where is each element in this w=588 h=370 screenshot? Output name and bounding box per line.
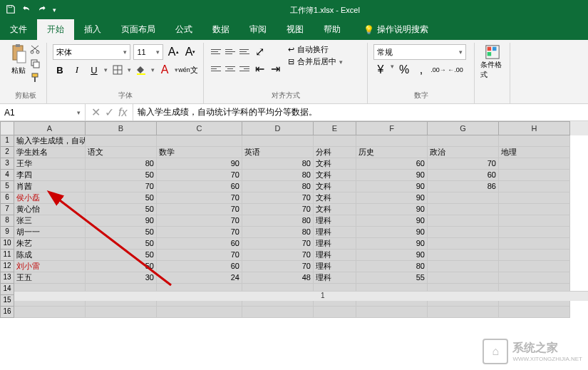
- tab-formula[interactable]: 公式: [165, 19, 202, 40]
- cell[interactable]: [242, 307, 314, 318]
- row-header[interactable]: 6: [0, 192, 14, 204]
- cell[interactable]: 60: [157, 261, 242, 272]
- cell[interactable]: 80: [242, 158, 314, 170]
- cell[interactable]: 70: [157, 204, 242, 215]
- tab-view[interactable]: 视图: [277, 19, 314, 40]
- cell[interactable]: 80: [86, 158, 157, 170]
- cell[interactable]: [499, 135, 570, 147]
- cell[interactable]: 55: [356, 272, 428, 284]
- cell[interactable]: 90: [86, 215, 157, 227]
- percent-icon[interactable]: %: [397, 63, 411, 77]
- cell[interactable]: 肖茜: [14, 181, 86, 192]
- cell[interactable]: [86, 135, 157, 147]
- cell[interactable]: 地理: [499, 147, 570, 158]
- cell[interactable]: 理科: [314, 250, 356, 261]
- indent-decrease-icon[interactable]: ⇤: [252, 61, 267, 76]
- cell[interactable]: [428, 238, 499, 250]
- col-header[interactable]: C: [157, 121, 242, 135]
- col-header[interactable]: F: [356, 121, 428, 135]
- cell[interactable]: 文科: [314, 192, 356, 204]
- cell[interactable]: [499, 272, 570, 284]
- cell[interactable]: 70: [242, 250, 314, 261]
- col-header[interactable]: A: [14, 121, 86, 135]
- cell[interactable]: [428, 227, 499, 238]
- increase-decimal-icon[interactable]: .00→: [431, 63, 445, 77]
- cell[interactable]: [499, 170, 570, 181]
- tell-me[interactable]: 💡 操作说明搜索: [356, 19, 435, 40]
- row-header[interactable]: 12: [0, 261, 14, 272]
- cell[interactable]: [499, 158, 570, 170]
- cell[interactable]: [499, 261, 570, 272]
- cell[interactable]: 70: [428, 158, 499, 170]
- align-right-icon[interactable]: [238, 62, 251, 75]
- wrap-text-button[interactable]: ↩自动换行: [288, 44, 343, 55]
- cell[interactable]: 80: [356, 261, 428, 272]
- cell[interactable]: 李四: [14, 170, 86, 181]
- cell[interactable]: [314, 135, 356, 147]
- cancel-icon[interactable]: ✕: [91, 106, 100, 119]
- row-header[interactable]: 5: [0, 181, 14, 192]
- cell[interactable]: 86: [428, 181, 499, 192]
- formula-bar[interactable]: 输入学生成绩，自动统计学科的平均分等数据。: [133, 104, 588, 120]
- cell[interactable]: [157, 135, 242, 147]
- cell[interactable]: [428, 307, 499, 318]
- cell[interactable]: 理科: [314, 261, 356, 272]
- row-header[interactable]: 11: [0, 250, 14, 261]
- cell[interactable]: [428, 250, 499, 261]
- cell[interactable]: 朱艺: [14, 238, 86, 250]
- cell[interactable]: 90: [356, 215, 428, 227]
- cell[interactable]: 90: [356, 227, 428, 238]
- border-icon[interactable]: [110, 63, 125, 77]
- cell[interactable]: 刘小雷: [14, 261, 86, 272]
- cell[interactable]: 学生姓名: [14, 147, 86, 158]
- cell[interactable]: [499, 192, 570, 204]
- cell[interactable]: 王五: [14, 272, 86, 284]
- col-header[interactable]: B: [86, 121, 157, 135]
- cell[interactable]: 语文: [86, 147, 157, 158]
- cell[interactable]: 90: [356, 250, 428, 261]
- cell[interactable]: 50: [86, 192, 157, 204]
- cell[interactable]: 60: [428, 170, 499, 181]
- cell[interactable]: 60: [157, 238, 242, 250]
- cell[interactable]: 50: [86, 170, 157, 181]
- cell[interactable]: 文科: [314, 204, 356, 215]
- paste-button[interactable]: 粘贴: [10, 44, 27, 86]
- cell[interactable]: [499, 204, 570, 215]
- cell[interactable]: 24: [157, 272, 242, 284]
- cell[interactable]: 70: [242, 238, 314, 250]
- cell[interactable]: [428, 192, 499, 204]
- tab-help[interactable]: 帮助: [314, 19, 351, 40]
- tab-layout[interactable]: 页面布局: [111, 19, 165, 40]
- row-header[interactable]: 1: [0, 135, 14, 147]
- cell[interactable]: 50: [86, 227, 157, 238]
- cell[interactable]: [14, 307, 86, 318]
- col-header[interactable]: H: [499, 121, 570, 135]
- cell[interactable]: [499, 238, 570, 250]
- row-header[interactable]: 16: [0, 307, 14, 318]
- cell[interactable]: 50: [86, 238, 157, 250]
- cell[interactable]: [499, 250, 570, 261]
- tab-file[interactable]: 文件: [0, 19, 37, 40]
- tab-insert[interactable]: 插入: [74, 19, 111, 40]
- cell[interactable]: 50: [86, 250, 157, 261]
- cell[interactable]: 80: [242, 170, 314, 181]
- cell[interactable]: 80: [242, 227, 314, 238]
- align-bottom-icon[interactable]: [238, 45, 251, 58]
- cell[interactable]: 胡一一: [14, 227, 86, 238]
- cell[interactable]: [499, 215, 570, 227]
- cell[interactable]: [314, 307, 356, 318]
- cell[interactable]: 王华: [14, 158, 86, 170]
- cell[interactable]: [428, 135, 499, 147]
- cell[interactable]: [86, 307, 157, 318]
- font-name-select[interactable]: 宋体▾: [53, 44, 130, 60]
- row-header[interactable]: 14: [0, 284, 14, 295]
- cell[interactable]: 侯小磊: [14, 192, 86, 204]
- cell[interactable]: 黄心怡: [14, 204, 86, 215]
- format-painter-icon[interactable]: [30, 73, 41, 86]
- cell[interactable]: 70: [242, 192, 314, 204]
- cell[interactable]: 80: [242, 181, 314, 192]
- cell[interactable]: 文科: [314, 170, 356, 181]
- fx-icon[interactable]: fx: [118, 106, 127, 119]
- cell[interactable]: [428, 204, 499, 215]
- tab-review[interactable]: 审阅: [239, 19, 277, 40]
